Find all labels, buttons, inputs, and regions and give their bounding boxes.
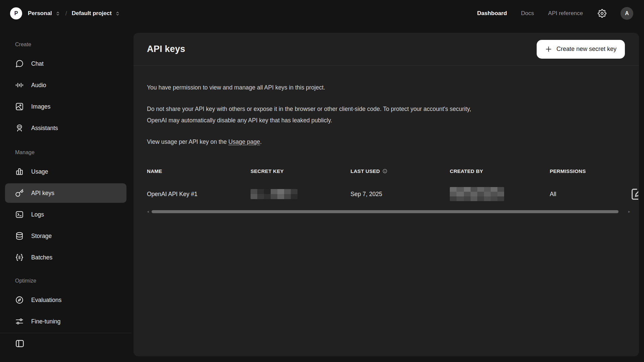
sidebar-item-label: API keys: [31, 190, 54, 197]
chevron-up-down-icon: [115, 11, 120, 16]
sidebar-item-label: Assistants: [31, 125, 58, 132]
permission-text: You have permission to view and manage a…: [147, 83, 626, 92]
scroll-right-arrow-icon[interactable]: ▸: [628, 209, 630, 214]
usage-page-link[interactable]: Usage page: [228, 138, 260, 145]
sidebar-item-label: Fine-tuning: [31, 318, 61, 325]
sidebar-item-label: Images: [31, 103, 50, 110]
horizontal-scrollbar: ◂ ▸: [147, 209, 638, 214]
sidebar-item-label: Usage: [31, 168, 48, 175]
api-keys-table: NAME SECRET KEY LAST USED CREATED BY PER…: [147, 167, 638, 214]
robot-icon: [15, 124, 24, 132]
column-header-secret-key: SECRET KEY: [251, 168, 351, 174]
sidebar-item-evaluations[interactable]: Evaluations: [0, 289, 131, 311]
breadcrumb-separator: /: [65, 10, 67, 17]
image-icon: [15, 102, 24, 111]
breadcrumb: P Personal / Default project: [10, 7, 120, 19]
usage-sentence: View usage per API key on the Usage page…: [147, 137, 626, 146]
sidebar-item-label: Chat: [31, 60, 44, 67]
main-panel: API keys Create new secret key You have …: [133, 33, 639, 356]
sliders-icon: [15, 317, 24, 326]
nav-docs[interactable]: Docs: [521, 10, 534, 17]
column-header-created-by: CREATED BY: [450, 168, 550, 174]
create-button-label: Create new secret key: [556, 46, 616, 53]
bar-chart-icon: [15, 167, 24, 176]
sidebar-item-usage[interactable]: Usage: [0, 161, 131, 182]
sidebar-item-fine-tuning[interactable]: Fine-tuning: [0, 311, 131, 332]
sidebar-item-chat[interactable]: Chat: [0, 53, 131, 74]
scrollbar-thumb[interactable]: [152, 210, 619, 213]
database-icon: [15, 232, 24, 240]
column-header-last-used: LAST USED: [351, 168, 450, 174]
nav-api-reference[interactable]: API reference: [548, 10, 583, 17]
column-header-last-used-label: LAST USED: [351, 168, 380, 174]
sidebar-item-logs[interactable]: Logs: [0, 204, 131, 225]
sidebar-item-storage[interactable]: Storage: [0, 225, 131, 247]
org-name: Personal: [28, 10, 52, 17]
created-by-redacted-blur: [450, 187, 504, 201]
key-icon: [15, 189, 24, 197]
project-switcher[interactable]: Default project: [72, 10, 120, 17]
user-avatar[interactable]: A: [621, 7, 633, 20]
sidebar-item-label: Storage: [31, 233, 52, 240]
sidebar-item-images[interactable]: Images: [0, 96, 131, 117]
nav-dashboard[interactable]: Dashboard: [477, 10, 507, 17]
terminal-icon: [15, 210, 24, 219]
sidebar-item-label: Evaluations: [31, 297, 61, 304]
chat-bubble-icon: [15, 59, 24, 68]
table-header-row: NAME SECRET KEY LAST USED CREATED BY PER…: [147, 167, 638, 175]
secret-key-cell: [251, 189, 351, 199]
sidebar-section-create: Create: [15, 41, 131, 49]
sidebar-section-optimize: Optimize: [15, 277, 131, 285]
permissions-value: All: [550, 191, 638, 198]
audio-waveform-icon: [15, 81, 24, 89]
api-key-name: OpenAI API Key #1: [147, 191, 251, 198]
scroll-left-arrow-icon[interactable]: ◂: [147, 209, 149, 214]
header-nav: Dashboard Docs API reference A: [463, 7, 633, 20]
chevron-up-down-icon: [55, 11, 61, 16]
page-header: API keys Create new secret key: [133, 33, 639, 66]
created-by-cell: [450, 187, 550, 201]
compass-icon: [15, 296, 24, 304]
org-avatar[interactable]: P: [10, 7, 22, 19]
sidebar-section-manage: Manage: [15, 148, 131, 157]
plus-icon: [545, 46, 552, 53]
sidebar-item-label: Audio: [31, 82, 46, 89]
sidebar-item-label: Logs: [31, 211, 44, 218]
sidebar-item-audio[interactable]: Audio: [0, 74, 131, 96]
sidebar-item-api-keys[interactable]: API keys: [5, 183, 126, 203]
usage-prefix: View usage per API key on the: [147, 138, 228, 145]
edit-icon[interactable]: [630, 186, 638, 202]
sidebar-item-batches[interactable]: Batches: [0, 247, 131, 268]
create-new-secret-key-button[interactable]: Create new secret key: [537, 40, 625, 59]
project-name: Default project: [72, 10, 112, 17]
sidebar-item-label: Batches: [31, 254, 52, 261]
column-header-name: NAME: [147, 168, 251, 174]
top-header: P Personal / Default project Dashboard D…: [0, 0, 644, 27]
usage-suffix: .: [260, 138, 262, 145]
warning-text-line2: OpenAI may automatically disable any API…: [147, 115, 626, 126]
gear-icon[interactable]: [598, 9, 606, 18]
secret-key-redacted-blur: [251, 189, 298, 199]
warning-text: Do not share your API key with others or…: [147, 103, 626, 126]
sidebar-item-assistants[interactable]: Assistants: [0, 117, 131, 139]
info-icon[interactable]: [382, 169, 387, 174]
column-header-permissions: PERMISSIONS: [550, 168, 638, 174]
page-title: API keys: [147, 44, 185, 54]
warning-text-line1: Do not share your API key with others or…: [147, 103, 626, 115]
org-switcher[interactable]: Personal: [28, 10, 61, 17]
braces-list-icon: [15, 253, 24, 262]
sidebar: Create Chat Audio Images Assistants Mana…: [0, 27, 131, 362]
last-used-date: Sep 7, 2025: [351, 191, 450, 198]
panel-collapse-icon[interactable]: [15, 339, 25, 349]
table-row: OpenAI API Key #1 Sep 7, 2025 All: [147, 184, 638, 204]
